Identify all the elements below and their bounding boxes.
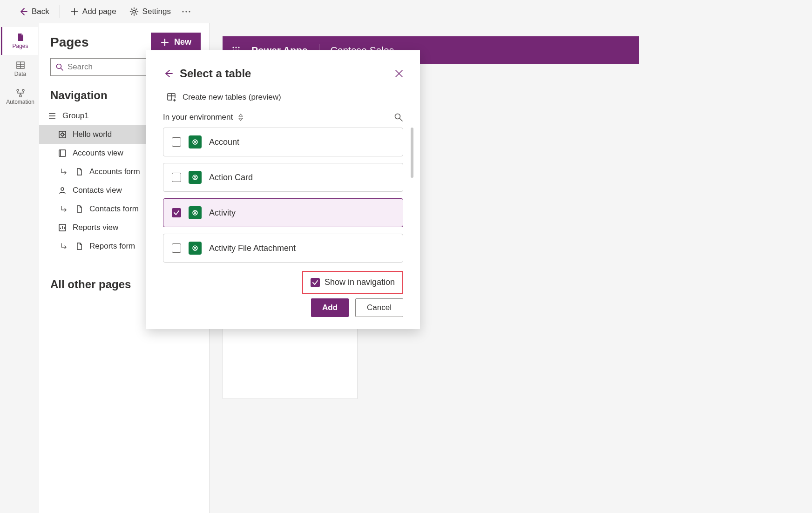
svg-point-3 bbox=[189, 11, 190, 12]
left-rail: Pages Data Automation bbox=[0, 23, 39, 513]
page-icon bbox=[16, 33, 25, 42]
create-new-label: Create new tables (preview) bbox=[183, 93, 281, 102]
top-command-bar: Back Add page Settings bbox=[0, 0, 812, 23]
table-checkbox[interactable] bbox=[172, 137, 181, 147]
search-icon[interactable] bbox=[394, 113, 403, 122]
back-arrow-icon bbox=[19, 7, 28, 16]
back-button[interactable]: Back bbox=[14, 4, 54, 19]
svg-point-17 bbox=[238, 47, 239, 48]
table-option[interactable]: Activity bbox=[163, 198, 403, 227]
check-icon bbox=[312, 279, 318, 286]
svg-rect-12 bbox=[59, 150, 66, 156]
add-page-label: Add page bbox=[82, 7, 116, 16]
view-icon bbox=[58, 148, 67, 158]
back-arrow-icon[interactable] bbox=[163, 68, 173, 79]
table-name: Account bbox=[209, 137, 239, 147]
plus-icon bbox=[160, 38, 169, 47]
svg-point-5 bbox=[17, 89, 19, 91]
subpage-arrow-icon bbox=[60, 167, 69, 176]
table-option[interactable]: Activity File Attachment bbox=[163, 234, 403, 263]
add-page-button[interactable]: Add page bbox=[66, 4, 121, 19]
rail-item-automation[interactable]: Automation bbox=[1, 83, 38, 111]
settings-label: Settings bbox=[142, 7, 171, 16]
nav-item-label: Hello world bbox=[73, 130, 112, 139]
divider bbox=[60, 5, 60, 18]
table-name: Activity File Attachment bbox=[209, 243, 296, 253]
table-list: AccountAction CardActivityActivity File … bbox=[163, 128, 403, 269]
plus-icon bbox=[70, 7, 79, 16]
table-checkbox[interactable] bbox=[172, 173, 181, 182]
form-icon bbox=[74, 167, 84, 176]
show-in-nav-label: Show in navigation bbox=[325, 277, 395, 287]
table-plus-icon bbox=[167, 92, 177, 102]
env-label: In your environment bbox=[163, 113, 233, 122]
rail-pages-label: Pages bbox=[12, 43, 28, 49]
svg-point-1 bbox=[182, 11, 183, 12]
rail-item-pages[interactable]: Pages bbox=[1, 27, 38, 55]
rail-item-data[interactable]: Data bbox=[1, 55, 38, 83]
close-icon[interactable] bbox=[395, 69, 403, 78]
new-button[interactable]: New bbox=[151, 33, 201, 52]
table-name: Action Card bbox=[209, 173, 253, 182]
scrollbar-thumb[interactable] bbox=[411, 128, 413, 178]
dataverse-icon bbox=[189, 242, 202, 255]
svg-point-6 bbox=[22, 89, 24, 91]
new-label: New bbox=[174, 37, 191, 47]
table-checkbox[interactable] bbox=[172, 208, 181, 217]
table-option[interactable]: Account bbox=[163, 128, 403, 156]
group-label: Group1 bbox=[62, 111, 89, 121]
nav-item-label: Reports view bbox=[73, 223, 118, 232]
svg-point-16 bbox=[235, 47, 237, 48]
table-checkbox[interactable] bbox=[172, 243, 181, 253]
custom-icon bbox=[58, 130, 67, 139]
svg-point-2 bbox=[185, 11, 187, 12]
pages-title: Pages bbox=[50, 35, 89, 50]
report-icon bbox=[58, 223, 67, 232]
svg-point-0 bbox=[133, 10, 135, 13]
svg-point-15 bbox=[232, 47, 234, 48]
flow-icon bbox=[16, 88, 25, 98]
more-button[interactable] bbox=[179, 4, 193, 19]
dataverse-icon bbox=[189, 206, 202, 219]
svg-point-13 bbox=[61, 188, 64, 190]
environment-section-header: In your environment bbox=[163, 113, 403, 122]
nav-item-label: Accounts view bbox=[73, 148, 123, 158]
gear-icon bbox=[129, 7, 139, 16]
show-in-navigation-option[interactable]: Show in navigation bbox=[302, 271, 403, 294]
svg-point-11 bbox=[61, 133, 64, 136]
subpage-arrow-icon bbox=[60, 204, 69, 214]
show-in-nav-checkbox[interactable] bbox=[311, 278, 320, 287]
rail-data-label: Data bbox=[14, 71, 26, 77]
form-icon bbox=[74, 204, 84, 214]
cancel-button[interactable]: Cancel bbox=[355, 298, 403, 317]
table-name: Activity bbox=[209, 208, 236, 218]
table-icon bbox=[16, 61, 25, 70]
nav-item-label: Contacts form bbox=[89, 204, 139, 214]
nav-item-label: Contacts view bbox=[73, 186, 122, 195]
sort-icon[interactable] bbox=[237, 113, 244, 122]
group-icon bbox=[47, 111, 57, 121]
select-table-dialog: Select a table Create new tables (previe… bbox=[146, 50, 420, 329]
ellipsis-icon bbox=[181, 7, 191, 16]
back-label: Back bbox=[32, 7, 49, 16]
svg-rect-7 bbox=[20, 95, 21, 97]
search-icon bbox=[55, 63, 64, 71]
dataverse-icon bbox=[189, 171, 202, 184]
check-icon bbox=[173, 209, 180, 216]
settings-button[interactable]: Settings bbox=[125, 4, 176, 19]
form-icon bbox=[74, 242, 84, 251]
contact-icon bbox=[58, 186, 67, 195]
table-option[interactable]: Action Card bbox=[163, 163, 403, 192]
subpage-arrow-icon bbox=[60, 242, 69, 251]
create-new-tables-link[interactable]: Create new tables (preview) bbox=[163, 92, 403, 102]
dataverse-icon bbox=[189, 135, 202, 148]
add-button[interactable]: Add bbox=[311, 298, 349, 317]
svg-point-26 bbox=[395, 114, 400, 119]
nav-item-label: Accounts form bbox=[89, 167, 140, 176]
dialog-title: Select a table bbox=[180, 67, 388, 80]
nav-item-label: Reports form bbox=[89, 242, 135, 251]
rail-automation-label: Automation bbox=[6, 99, 34, 105]
